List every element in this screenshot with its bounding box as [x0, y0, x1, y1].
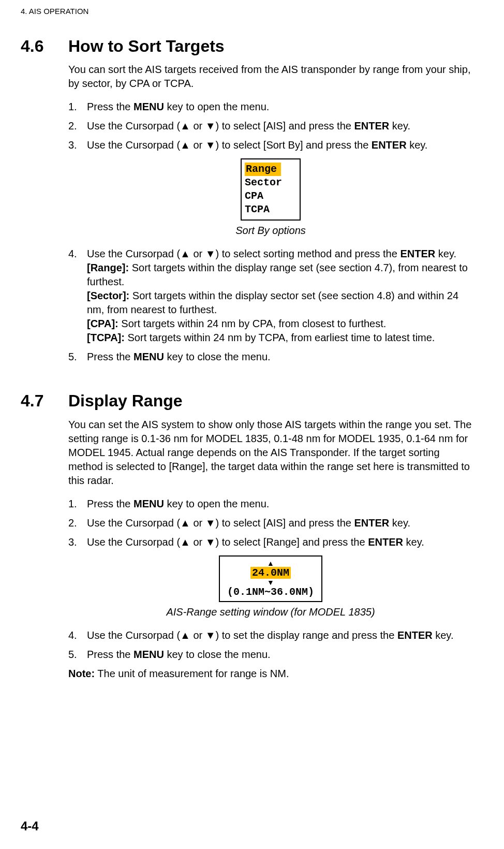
ordered-list: 4. Use the Cursorpad (▲ or ▼) to select …	[68, 247, 473, 364]
page-number: 4-4	[21, 818, 39, 835]
step-number: 5.	[68, 350, 87, 364]
list-item: 1. Press the MENU key to open the menu.	[68, 497, 473, 511]
step-number: 4.	[68, 628, 87, 642]
step-number: 3.	[68, 138, 87, 152]
section-title: Display Range	[68, 390, 183, 412]
list-item: 4. Use the Cursorpad (▲ or ▼) to set the…	[68, 628, 473, 642]
range-limits: (0.1NM∼36.0NM)	[227, 586, 314, 598]
section-body: You can sort the AIS targets received fr…	[68, 63, 473, 364]
range-setting-box: ▲ 24.0NM ▼ (0.1NM∼36.0NM)	[219, 555, 322, 602]
intro-paragraph: You can set the AIS system to show only …	[68, 418, 473, 488]
sortby-options-box: Range Sector CPA TCPA	[241, 158, 301, 221]
section-heading: 4.6 How to Sort Targets	[21, 35, 473, 57]
note: Note: The unit of measurement for range …	[68, 667, 473, 681]
list-item: 2. Use the Cursorpad (▲ or ▼) to select …	[68, 119, 473, 133]
triangle-down-icon: ▼	[227, 579, 314, 586]
triangle-up-icon: ▲	[227, 560, 314, 567]
list-item: 5. Press the MENU key to close the menu.	[68, 350, 473, 364]
option-range: Range	[245, 163, 281, 176]
figure-caption: AIS-Range setting window (for MODEL 1835…	[68, 605, 473, 619]
figure-caption: Sort By options	[68, 224, 473, 238]
step-text: Use the Cursorpad (▲ or ▼) to select sor…	[87, 247, 473, 345]
page: 4. AIS OPERATION 4.6 How to Sort Targets…	[0, 0, 504, 849]
step-number: 1.	[68, 100, 87, 114]
step-text: Use the Cursorpad (▲ or ▼) to select [AI…	[87, 119, 473, 133]
ordered-list: 1. Press the MENU key to open the menu. …	[68, 100, 473, 152]
note-text: The unit of measurement for range is NM.	[95, 668, 289, 679]
list-item: 5. Press the MENU key to close the menu.	[68, 648, 473, 662]
list-item: 3. Use the Cursorpad (▲ or ▼) to select …	[68, 535, 473, 549]
step-text: Use the Cursorpad (▲ or ▼) to select [So…	[87, 138, 473, 152]
step-number: 2.	[68, 516, 87, 530]
range-value: 24.0NM	[250, 567, 291, 579]
step-text: Use the Cursorpad (▲ or ▼) to set the di…	[87, 628, 473, 642]
figure-range: ▲ 24.0NM ▼ (0.1NM∼36.0NM)	[68, 555, 473, 602]
note-label: Note:	[68, 668, 95, 679]
section-number: 4.6	[21, 35, 68, 57]
ordered-list: 1. Press the MENU key to open the menu. …	[68, 497, 473, 549]
step-number: 5.	[68, 648, 87, 662]
step-text: Press the MENU key to close the menu.	[87, 350, 473, 364]
list-item: 2. Use the Cursorpad (▲ or ▼) to select …	[68, 516, 473, 530]
running-header: 4. AIS OPERATION	[21, 6, 473, 17]
list-item: 1. Press the MENU key to open the menu.	[68, 100, 473, 114]
intro-paragraph: You can sort the AIS targets received fr…	[68, 63, 473, 91]
step-text: Press the MENU key to close the menu.	[87, 648, 473, 662]
section-heading: 4.7 Display Range	[21, 390, 473, 412]
step-number: 3.	[68, 535, 87, 549]
option-sector: Sector	[245, 176, 294, 189]
option-cpa: CPA	[245, 189, 294, 203]
step-text: Press the MENU key to open the menu.	[87, 100, 473, 114]
section-number: 4.7	[21, 390, 68, 412]
figure-sortby: Range Sector CPA TCPA	[68, 158, 473, 221]
section-title: How to Sort Targets	[68, 35, 225, 57]
step-number: 1.	[68, 497, 87, 511]
step-text: Press the MENU key to open the menu.	[87, 497, 473, 511]
option-tcpa: TCPA	[245, 203, 294, 216]
list-item: 3. Use the Cursorpad (▲ or ▼) to select …	[68, 138, 473, 152]
step-text: Use the Cursorpad (▲ or ▼) to select [Ra…	[87, 535, 473, 549]
list-item: 4. Use the Cursorpad (▲ or ▼) to select …	[68, 247, 473, 345]
step-number: 4.	[68, 247, 87, 345]
section-body: You can set the AIS system to show only …	[68, 418, 473, 681]
ordered-list: 4. Use the Cursorpad (▲ or ▼) to set the…	[68, 628, 473, 662]
step-number: 2.	[68, 119, 87, 133]
step-text: Use the Cursorpad (▲ or ▼) to select [AI…	[87, 516, 473, 530]
